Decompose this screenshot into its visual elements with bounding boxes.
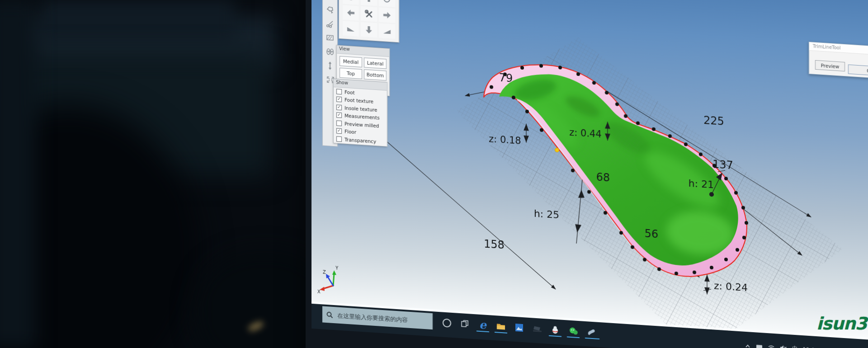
wechat-icon[interactable]	[568, 324, 578, 338]
file-explorer-icon[interactable]	[496, 319, 506, 333]
qq-icon[interactable]	[550, 323, 560, 337]
lasso-select-icon[interactable]	[325, 5, 335, 15]
texture-swatch-icon[interactable]	[325, 33, 335, 43]
dim-inner-length: 158	[484, 238, 505, 252]
pan-right-button[interactable]	[379, 7, 395, 23]
dim-mid-width: 68	[596, 171, 610, 184]
search-input[interactable]	[336, 311, 420, 324]
navigation-pad	[339, 0, 399, 42]
system-tray: 中 12:15	[745, 342, 819, 348]
tools-button[interactable]	[361, 6, 377, 22]
ok-button[interactable]: OK	[848, 65, 868, 77]
cortana-icon[interactable]	[442, 315, 452, 329]
background-room	[0, 16, 276, 71]
dim-mid-length: 137	[712, 158, 733, 172]
footwear-icon[interactable]	[325, 47, 335, 57]
checkbox-insole-texture[interactable]: ✓	[336, 104, 342, 110]
dim-outer-length: 225	[703, 114, 724, 128]
axis-y-label: Y	[335, 265, 339, 271]
checkbox-transparency[interactable]	[336, 136, 342, 142]
pan-up-button[interactable]	[361, 0, 377, 6]
person-silhouette	[0, 104, 199, 348]
monitor: 79 225 137 68 56 158 z: 0.18 z: 0.44 z: …	[306, 0, 868, 348]
scissors-icon[interactable]	[325, 19, 335, 29]
dim-toe-width: 79	[499, 71, 513, 85]
app-window: 79 225 137 68 56 158 z: 0.18 z: 0.44 z: …	[311, 0, 868, 348]
axis-triad: X Y Z	[317, 264, 339, 296]
volume-muted-icon[interactable]	[780, 345, 787, 348]
selected-control-point	[555, 148, 559, 152]
checkbox-foot-texture[interactable]: ✓	[336, 97, 342, 103]
dim-z-mid: z: 0.44	[569, 127, 602, 140]
pan-down-button[interactable]	[361, 22, 377, 38]
dim-z-heel: z: 0.24	[714, 280, 748, 293]
tray-app-icon[interactable]	[756, 343, 763, 348]
edge-icon[interactable]: e	[478, 318, 488, 332]
axis-z-label: Z	[323, 269, 326, 274]
background-shelf	[41, 0, 235, 41]
ring-glint	[247, 320, 264, 333]
checkbox-measurements[interactable]: ✓	[336, 113, 342, 118]
left-edge-shadow	[0, 0, 36, 348]
photos-icon[interactable]	[514, 320, 524, 334]
wifi-icon[interactable]	[768, 344, 775, 348]
tilt-right-button[interactable]	[379, 23, 395, 38]
checkbox-foot[interactable]	[336, 89, 342, 94]
rotate-ccw-button[interactable]	[343, 0, 359, 5]
view-bottom-button[interactable]: Bottom	[364, 69, 387, 80]
photo-frame: 79 225 137 68 56 158 z: 0.18 z: 0.44 z: …	[0, 0, 868, 348]
axis-x-label: X	[317, 289, 321, 294]
insole-app-icon[interactable]	[586, 325, 596, 339]
insole-scene[interactable]: 79 225 137 68 56 158 z: 0.18 z: 0.44 z: …	[311, 0, 868, 340]
view-lateral-button[interactable]: Lateral	[364, 57, 387, 69]
dim-z-left: z: 0.18	[489, 133, 521, 146]
rotate-cw-button[interactable]	[379, 0, 395, 7]
pan-left-button[interactable]	[343, 5, 359, 20]
tilt-left-button[interactable]	[343, 21, 359, 36]
background-mid	[0, 54, 271, 176]
laptop-app-icon[interactable]	[532, 321, 542, 335]
dim-h-lateral: h: 21	[689, 178, 714, 191]
checkbox-preview-milled[interactable]	[336, 120, 342, 126]
search-icon	[326, 311, 333, 319]
task-view-icon[interactable]	[460, 317, 470, 331]
input-method-indicator[interactable]: 中	[792, 345, 797, 348]
taskbar-clock[interactable]: 12:15	[802, 346, 819, 348]
show-panel: Show Foot ✓ Foot texture ✓ Insole textur…	[333, 79, 387, 146]
dim-h-medial: h: 25	[534, 208, 559, 221]
vertical-resize-icon[interactable]	[325, 61, 335, 71]
view-top-button[interactable]: Top	[340, 68, 362, 79]
viewport-3d[interactable]: 79 225 137 68 56 158 z: 0.18 z: 0.44 z: …	[311, 0, 868, 340]
checkbox-floor[interactable]: ✓	[336, 128, 342, 134]
preview-button[interactable]: Preview	[815, 60, 845, 71]
dim-heel-width: 56	[645, 227, 659, 241]
tray-chevron-icon[interactable]	[745, 343, 751, 348]
view-medial-button[interactable]: Medial	[340, 56, 362, 67]
isun-watermark: isun3	[816, 314, 867, 334]
trimline-dialog: TrimLineTool Preview OK	[809, 42, 868, 80]
